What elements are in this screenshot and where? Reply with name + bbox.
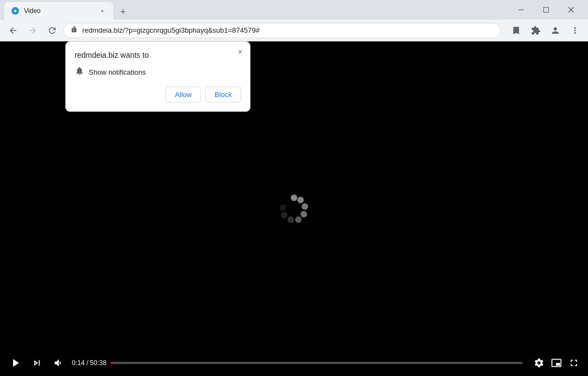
minimize-button[interactable] bbox=[509, 0, 534, 20]
url-text: redmdeia.biz/?p=gizgcnrqgu5gi3bphayq&sub… bbox=[82, 26, 494, 34]
svg-point-9 bbox=[302, 203, 308, 210]
svg-point-14 bbox=[280, 204, 286, 211]
settings-button[interactable] bbox=[531, 355, 547, 371]
bell-icon bbox=[75, 66, 84, 78]
video-controls: 0:14 / 50:38 bbox=[0, 350, 588, 376]
svg-point-8 bbox=[297, 197, 304, 203]
close-button[interactable] bbox=[559, 0, 584, 20]
back-button[interactable] bbox=[4, 22, 22, 39]
tab-favicon bbox=[11, 7, 20, 15]
volume-button[interactable] bbox=[50, 354, 68, 372]
extensions-button[interactable] bbox=[527, 22, 544, 39]
title-bar: Video × + bbox=[0, 0, 588, 20]
page-content: @keyframes spin-dots { 0% { opacity: 1; … bbox=[0, 41, 588, 376]
time-display: 0:14 / 50:38 bbox=[72, 359, 106, 367]
tab-area: Video × + bbox=[4, 0, 509, 20]
loading-spinner: @keyframes spin-dots { 0% { opacity: 1; … bbox=[278, 192, 310, 225]
right-controls bbox=[531, 355, 581, 371]
nav-bar: redmdeia.biz/?p=gizgcnrqgu5gi3bphayq&sub… bbox=[0, 20, 588, 41]
window-controls bbox=[509, 0, 584, 20]
svg-point-10 bbox=[301, 211, 307, 217]
svg-point-7 bbox=[291, 195, 297, 201]
popup-close-button[interactable]: × bbox=[235, 46, 246, 57]
tab-close-button[interactable]: × bbox=[98, 7, 107, 15]
svg-point-11 bbox=[295, 216, 302, 223]
bookmark-button[interactable] bbox=[507, 22, 525, 39]
progress-fill bbox=[111, 362, 113, 364]
profile-button[interactable] bbox=[547, 22, 564, 39]
block-button[interactable]: Block bbox=[205, 87, 241, 102]
new-tab-button[interactable]: + bbox=[115, 4, 131, 20]
tab-title: Video bbox=[24, 7, 94, 15]
allow-button[interactable]: Allow bbox=[166, 87, 201, 102]
notification-popup: × redmdeia.biz wants to Show notificatio… bbox=[65, 41, 250, 112]
miniplayer-button[interactable] bbox=[549, 355, 564, 371]
play-button[interactable] bbox=[7, 354, 24, 372]
active-tab[interactable]: Video × bbox=[4, 2, 113, 20]
maximize-button[interactable] bbox=[534, 0, 559, 20]
progress-bar-area[interactable] bbox=[111, 362, 523, 364]
forward-button[interactable] bbox=[24, 22, 41, 39]
fullscreen-button[interactable] bbox=[566, 355, 581, 371]
svg-point-2 bbox=[14, 10, 16, 12]
skip-next-button[interactable] bbox=[28, 354, 46, 372]
browser-window: Video × + bbox=[0, 0, 588, 376]
menu-button[interactable] bbox=[566, 22, 584, 39]
popup-buttons: Allow Block bbox=[75, 87, 241, 102]
lock-icon bbox=[70, 26, 78, 35]
permission-text: Show notifications bbox=[89, 68, 146, 76]
svg-rect-3 bbox=[518, 10, 524, 10]
address-bar[interactable]: redmdeia.biz/?p=gizgcnrqgu5gi3bphayq&sub… bbox=[63, 23, 501, 38]
popup-permission: Show notifications bbox=[75, 66, 241, 78]
reload-button[interactable] bbox=[44, 22, 61, 39]
nav-icons bbox=[507, 22, 584, 39]
svg-point-12 bbox=[287, 216, 294, 223]
svg-rect-4 bbox=[544, 8, 549, 13]
svg-point-13 bbox=[281, 212, 287, 219]
popup-title: redmdeia.biz wants to bbox=[75, 51, 241, 59]
progress-track[interactable] bbox=[111, 362, 523, 364]
